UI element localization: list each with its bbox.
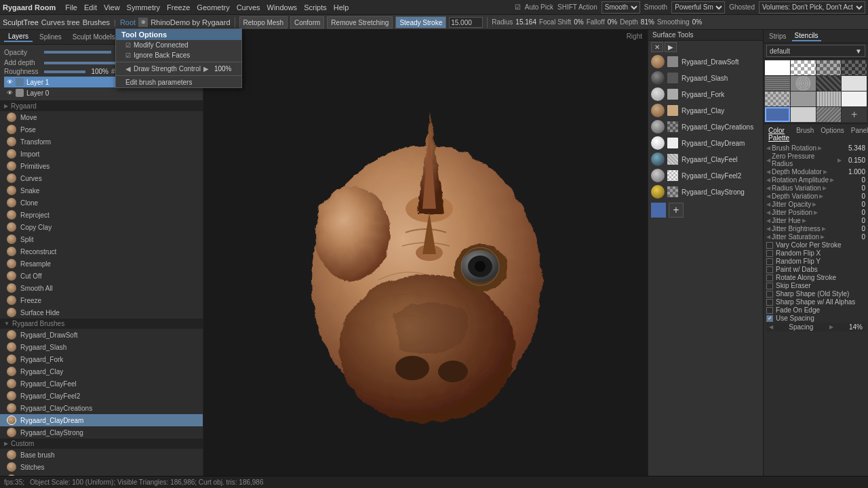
- retopo-mesh-btn[interactable]: Retopo Mesh: [239, 16, 288, 28]
- steady-stroke-btn[interactable]: Steady Stroke: [395, 16, 446, 28]
- cb-skip-eraser[interactable]: Skip Eraser: [766, 282, 865, 289]
- brush-split[interactable]: Split: [0, 233, 203, 245]
- swatch-dark-pattern[interactable]: [816, 76, 842, 91]
- opacity-slider[interactable]: [44, 51, 111, 54]
- rygaard-brushes-header[interactable]: ▼ Rygaard Brushes: [0, 319, 203, 329]
- powerful-select[interactable]: Powerful Sm: [671, 1, 725, 14]
- brushes-label[interactable]: Brushes: [83, 18, 110, 26]
- cb-random-flip-x[interactable]: Random Flip X: [766, 249, 865, 257]
- brush-clone[interactable]: Clone: [0, 197, 203, 209]
- brush-freeze[interactable]: Freeze: [0, 294, 203, 306]
- cb-icon-sharp-alphas[interactable]: [766, 299, 773, 306]
- menu-scripts[interactable]: Scripts: [304, 3, 327, 12]
- brush-reconstruct[interactable]: Reconstruct: [0, 245, 203, 258]
- swatch-checker-med[interactable]: [816, 60, 842, 75]
- nav-left-btn[interactable]: ✕: [651, 42, 663, 52]
- dropdown-draw-strength[interactable]: ◀ Draw Strength Control ▶ 100%: [116, 64, 241, 74]
- brush-fork[interactable]: Rygaard_Fork: [0, 353, 203, 365]
- brush-claydream[interactable]: Rygaard_ClayDream: [0, 414, 203, 426]
- cb-icon-flip-y[interactable]: [766, 258, 773, 265]
- cb-icon-flip-x[interactable]: [766, 250, 773, 257]
- swatch-dark-checker[interactable]: [842, 60, 867, 75]
- swatch-white3[interactable]: [842, 92, 867, 106]
- bo-tab-options[interactable]: Options: [818, 126, 846, 142]
- swatch-white[interactable]: [765, 60, 790, 75]
- nav-right-btn[interactable]: ▶: [665, 42, 677, 52]
- dropdown-ignore-back-faces[interactable]: ☑ Ignore Back Faces: [116, 50, 241, 60]
- brush-stitches[interactable]: Stitches: [0, 461, 203, 473]
- preset-dropdown[interactable]: default ▼: [766, 45, 865, 57]
- cb-rotate-stroke[interactable]: Rotate Along Stroke: [766, 274, 865, 281]
- rygaard-section-header[interactable]: ▶ Rygaard: [0, 101, 203, 111]
- cb-icon-rotate-stroke[interactable]: [766, 274, 773, 281]
- swatch-pattern2[interactable]: [765, 76, 790, 91]
- dropdown-modify-connected[interactable]: ☑ Modify Connected: [116, 40, 241, 50]
- brush-import[interactable]: Import: [0, 148, 203, 160]
- cb-icon-fade-edge[interactable]: [766, 307, 773, 314]
- brush-claycreations[interactable]: Rygaard_ClayCreations: [0, 402, 203, 414]
- brush-clay[interactable]: Rygaard_Clay: [0, 365, 203, 378]
- menu-file[interactable]: File: [65, 3, 77, 12]
- cb-paint-dabs[interactable]: Paint w/ Dabs: [766, 266, 865, 273]
- menu-view[interactable]: View: [104, 3, 120, 12]
- menu-geometry[interactable]: Geometry: [197, 3, 229, 12]
- brush-resample[interactable]: Resample: [0, 258, 203, 270]
- add-material-btn[interactable]: +: [669, 203, 684, 218]
- cb-sharp-shape-old[interactable]: Sharp Shape (Old Style): [766, 290, 865, 298]
- cb-sharp-shape-alphas[interactable]: Sharp Shape w/ All Alphas: [766, 298, 865, 306]
- cb-vary-color[interactable]: Vary Color Per Stroke: [766, 241, 865, 249]
- mat-row-fork[interactable]: Rygaard_Fork: [648, 86, 763, 102]
- cb-fade-edge[interactable]: Fade On Edge: [766, 306, 865, 314]
- root-label[interactable]: Root: [120, 18, 136, 26]
- brush-smooth-all[interactable]: Smooth All: [0, 282, 203, 294]
- brush-claystrong[interactable]: Rygaard_ClayStrong: [0, 426, 203, 439]
- brush-base-brush[interactable]: Base brush: [0, 449, 203, 461]
- remove-stretching-btn[interactable]: Remove Stretching: [327, 16, 393, 28]
- brush-drawsoft[interactable]: Rygaard_DrawSoft: [0, 329, 203, 341]
- menu-windows[interactable]: Windows: [267, 3, 298, 12]
- brush-reproject[interactable]: Reproject: [0, 209, 203, 221]
- brush-cut-off[interactable]: Cut Off: [0, 270, 203, 282]
- brush-slash[interactable]: Rygaard_Slash: [0, 341, 203, 353]
- selected-color[interactable]: [651, 203, 666, 218]
- conform-btn[interactable]: Conform: [290, 16, 324, 28]
- steady-stroke-value[interactable]: 15.000: [449, 17, 483, 28]
- swatch-white2[interactable]: [842, 76, 867, 91]
- cb-icon-sharp-old[interactable]: [766, 291, 773, 298]
- mat-row-clay[interactable]: Rygaard_Clay: [648, 102, 763, 119]
- layer-item-0[interactable]: 👁 Layer 0: [4, 87, 199, 98]
- smooth-select[interactable]: Smooth: [601, 1, 640, 14]
- menu-symmetry[interactable]: Symmetry: [127, 3, 161, 12]
- cb-use-spacing[interactable]: Use Spacing: [766, 314, 865, 322]
- swatch-checker-light[interactable]: [791, 60, 816, 75]
- swatch-gray3[interactable]: [816, 107, 842, 122]
- brush-snake[interactable]: Snake: [0, 184, 203, 197]
- volumes-select[interactable]: Volumes: Don't Pick, Don't Act: [759, 1, 865, 14]
- menu-curves[interactable]: Curves: [237, 3, 260, 12]
- menu-help[interactable]: Help: [334, 3, 349, 12]
- bo-tab-color-palette[interactable]: Color Palette: [766, 126, 791, 142]
- mat-row-clayfeel2[interactable]: Rygaard_ClayFeel2: [648, 167, 763, 184]
- cb-icon-skip-eraser[interactable]: [766, 283, 773, 289]
- swatch-gray2[interactable]: [791, 92, 816, 106]
- cb-icon-paint-dabs[interactable]: [766, 266, 773, 273]
- brush-copy-clay[interactable]: Copy Clay: [0, 221, 203, 233]
- tab-strips[interactable]: Strips: [766, 32, 789, 41]
- swatch-gray-pattern[interactable]: [765, 92, 790, 106]
- brush-clayfeel[interactable]: Rygaard_ClayFeel: [0, 378, 203, 390]
- brush-primitives[interactable]: Primitives: [0, 160, 203, 172]
- swatch-bump-pattern[interactable]: [791, 76, 816, 91]
- brush-curves[interactable]: Curves: [0, 172, 203, 184]
- cb-icon-use-spacing[interactable]: [766, 315, 773, 322]
- brush-clayfeel2[interactable]: Rygaard_ClayFeel2: [0, 390, 203, 402]
- brush-pose[interactable]: Pose: [0, 123, 203, 136]
- swatch-blue-solid[interactable]: [765, 107, 790, 122]
- brush-surface-hide[interactable]: Surface Hide: [0, 306, 203, 319]
- mat-row-drawsoft[interactable]: Rygaard_DrawSoft: [648, 54, 763, 70]
- brush-transform[interactable]: Transform: [0, 136, 203, 148]
- tab-sculpt-models[interactable]: Sculpt Models: [68, 33, 119, 41]
- swatch-white4[interactable]: [791, 107, 816, 122]
- swatch-add[interactable]: +: [842, 107, 867, 122]
- tab-splines[interactable]: Splines: [35, 33, 66, 41]
- menu-freeze[interactable]: Freeze: [167, 3, 190, 12]
